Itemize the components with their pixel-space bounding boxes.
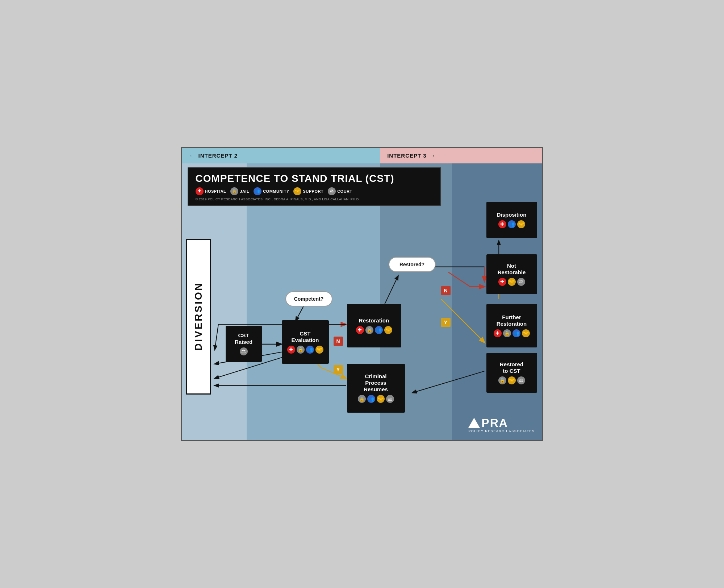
pra-full-name: POLICY RESEARCH ASSOCIATES [468,429,535,433]
cp-sup: 🤝 [377,395,385,403]
cst-evaluation-box: CSTEvaluation ✚ 🔒 👥 🤝 [282,320,329,364]
c-icon: 👥 [375,326,383,334]
restoration-icons: ✚ 🔒 👥 🤝 [356,326,392,334]
nr-hosp: ✚ [498,278,506,286]
cst-raised-icons: ⚖ [240,347,248,355]
disposition-icons: ✚ 👥 🤝 [498,220,525,228]
legend-row: ✚ HOSPITAL 🔒 JAIL 👥 COMMUNITY 🤝 SUPPORT … [196,187,433,195]
rc-court: ⚖ [517,376,525,384]
restored-decision: Restored? [389,257,436,272]
support-sm: 🤝 [315,346,323,354]
main-diagram: INTERCEPT 2 INTERCEPT 3 COMPETENCE TO ST… [181,147,543,441]
d-com: 👥 [508,220,516,228]
not-restorable-title: NotRestorable [498,263,526,276]
restored-to-cst-title: Restoredto CST [500,361,523,374]
restoration-title: Restoration [359,317,389,324]
n-marker-restored: N [441,286,451,295]
cp-com: 👥 [367,395,375,403]
further-restoration-box: FurtherRestoration ✚ 🔒 👥 🤝 [486,304,537,347]
cp-court: ⚖ [386,395,394,403]
d-hosp: ✚ [498,220,506,228]
y-marker-cst: Y [334,365,343,374]
criminal-process-box: CriminalProcessResumes 🔒 👥 🤝 ⚖ [347,364,405,413]
diversion-label: DIVERSION [193,282,204,351]
intercept2-label: INTERCEPT 2 [189,153,238,159]
jail-sm: 🔒 [297,346,305,354]
intercept3-label: INTERCEPT 3 [387,153,436,159]
intercept3-header: INTERCEPT 3 [380,148,542,163]
arrow-left-icon [189,153,196,159]
disposition-title: Disposition [497,212,527,218]
court-icon-small: ⚖ [240,347,248,355]
fr-jail: 🔒 [503,329,511,337]
legend-support: 🤝 SUPPORT [293,187,323,195]
fr-sup: 🤝 [522,329,530,337]
y-marker-restored: Y [441,318,451,327]
fr-com: 👥 [512,329,520,337]
restoration-box: Restoration ✚ 🔒 👥 🤝 [347,304,401,347]
hospital-sm: ✚ [287,346,295,354]
fr-hosp: ✚ [494,329,502,337]
h-icon: ✚ [356,326,364,334]
nr-court: ⚖ [517,278,525,286]
not-restorable-icons: ✚ 🤝 ⚖ [498,278,525,286]
jail-icon: 🔒 [230,187,238,195]
header-bar: INTERCEPT 2 INTERCEPT 3 [182,148,542,163]
rc-jail: 🔒 [498,376,506,384]
legend-court: ⚖ COURT [328,187,352,195]
cst-raised-box: CSTRaised ⚖ [226,326,262,362]
criminal-process-title: CriminalProcessResumes [364,373,388,393]
community-icon: 👥 [254,187,261,195]
court-icon: ⚖ [328,187,336,195]
copyright: © 2019 POLICY RESEARCH ASSOCIATES, INC.,… [196,197,433,201]
title-main: COMPETENCE TO STAND TRIAL (CST) [196,173,433,184]
hospital-icon: ✚ [196,187,204,195]
pra-logo: PRA POLICY RESEARCH ASSOCIATES [468,417,535,433]
diversion-box: DIVERSION [186,239,211,395]
criminal-process-icons: 🔒 👥 🤝 ⚖ [358,395,394,403]
n-marker-cst: N [334,337,343,346]
further-restoration-icons: ✚ 🔒 👥 🤝 [494,329,530,337]
restored-to-cst-icons: 🔒 🤝 ⚖ [498,376,525,384]
legend-jail: 🔒 JAIL [230,187,249,195]
cp-jail: 🔒 [358,395,366,403]
bg-zone-intercept3-dark [452,148,542,440]
title-box: COMPETENCE TO STAND TRIAL (CST) ✚ HOSPIT… [188,167,441,206]
nr-sup: 🤝 [508,278,516,286]
further-restoration-title: FurtherRestoration [497,314,527,327]
cst-raised-title: CSTRaised [235,332,252,345]
cst-evaluation-icons: ✚ 🔒 👥 🤝 [287,346,323,354]
rc-sup: 🤝 [508,376,516,384]
legend-community: 👥 COMMUNITY [254,187,289,195]
competent-decision: Competent? [285,291,332,306]
s-icon: 🤝 [384,326,392,334]
j-icon: 🔒 [365,326,373,334]
disposition-box: Disposition ✚ 👥 🤝 [486,202,537,238]
restored-to-cst-box: Restoredto CST 🔒 🤝 ⚖ [486,353,537,393]
intercept2-header: INTERCEPT 2 [182,148,380,163]
not-restorable-box: NotRestorable ✚ 🤝 ⚖ [486,254,537,294]
legend-hospital: ✚ HOSPITAL [196,187,226,195]
community-sm: 👥 [306,346,314,354]
pra-triangle-icon [468,418,480,428]
support-icon: 🤝 [293,187,301,195]
pra-text: PRA [481,417,508,429]
d-sup: 🤝 [517,220,525,228]
cst-evaluation-title: CSTEvaluation [292,330,319,343]
